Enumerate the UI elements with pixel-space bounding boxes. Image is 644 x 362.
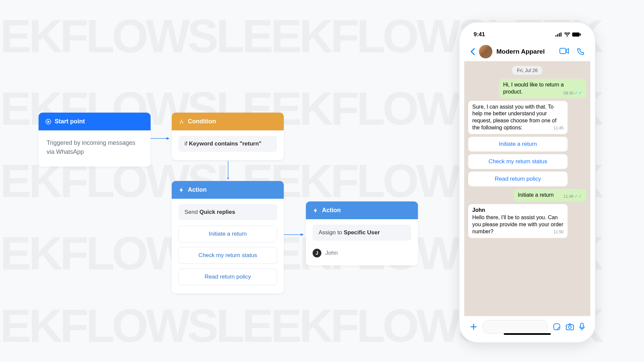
user-name: John: [325, 250, 338, 256]
action-header-label: Action: [188, 186, 207, 193]
microphone-icon[interactable]: [579, 323, 585, 331]
contact-name[interactable]: Modern Apparel: [496, 48, 555, 55]
home-indicator: [504, 333, 551, 335]
wifi-icon: [564, 33, 570, 37]
condition-icon: [178, 119, 184, 125]
chat-date: Fri, Jul 26: [512, 66, 542, 75]
svg-rect-4: [555, 35, 556, 37]
reply-option-button[interactable]: Read return policy: [468, 172, 568, 186]
start-card[interactable]: Start point Triggered by incoming messag…: [39, 113, 151, 167]
assigned-user-row: J John: [313, 246, 411, 257]
phone-preview: 9:41 Modern Apparel Fri, Jul 26: [459, 22, 596, 343]
read-receipt-icon: ✓✓: [574, 193, 582, 199]
svg-point-13: [569, 326, 571, 328]
svg-rect-8: [572, 33, 580, 37]
reply-option-button[interactable]: Initiate a return: [468, 137, 568, 152]
action-header-label: Action: [322, 207, 341, 214]
bolt-icon: [313, 207, 319, 214]
plus-icon[interactable]: [470, 323, 478, 331]
camera-icon[interactable]: [566, 323, 574, 330]
action-send-chip: Send Quick replies: [178, 204, 277, 220]
avatar[interactable]: [479, 45, 492, 58]
condition-chip: if Keyword contains "return": [178, 136, 277, 152]
play-icon: [45, 119, 51, 125]
svg-rect-6: [559, 33, 560, 37]
svg-rect-5: [557, 34, 558, 37]
message-received: Sure, I can assist you with that. To hel…: [468, 101, 568, 134]
read-receipt-icon: ✓✓: [574, 90, 582, 96]
svg-rect-9: [580, 34, 581, 36]
reply-option-button[interactable]: Check my return status: [468, 154, 568, 169]
message-input[interactable]: [482, 320, 548, 334]
chat-header: Modern Apparel: [464, 42, 590, 61]
video-call-icon[interactable]: [559, 48, 569, 54]
start-header-label: Start point: [55, 118, 85, 125]
action-assign-chip: Assign to Specific User: [313, 225, 411, 241]
start-description: Triggered by incoming messages via Whats…: [39, 130, 151, 167]
signal-icon: [555, 33, 562, 37]
avatar: J: [313, 249, 321, 257]
action-card-send-replies[interactable]: Action Send Quick replies Initiate a ret…: [172, 181, 284, 293]
svg-rect-10: [560, 48, 566, 54]
status-time: 9:41: [474, 31, 485, 38]
message-received: John Hello there, I'll be to assist you.…: [468, 204, 568, 238]
quick-reply-option[interactable]: Check my return status: [178, 247, 277, 264]
quick-reply-option[interactable]: Initiate a return: [178, 226, 277, 242]
message-sent: Hi, I would like to return a product. 09…: [499, 79, 586, 98]
quick-reply-option[interactable]: Read return policy: [178, 268, 277, 285]
action-card-assign-user[interactable]: Action Assign to Specific User J John: [306, 201, 418, 265]
bolt-icon: [178, 187, 184, 193]
back-icon[interactable]: [470, 48, 475, 55]
condition-card[interactable]: Condition if Keyword contains "return": [172, 113, 284, 160]
svg-rect-14: [581, 323, 583, 328]
message-sent: Initiate a return 11:46✓✓: [514, 189, 586, 201]
svg-rect-7: [560, 33, 561, 37]
battery-icon: [572, 33, 581, 37]
svg-rect-11: [554, 324, 560, 330]
sticker-icon[interactable]: [553, 323, 561, 331]
chat-message-area[interactable]: Fri, Jul 26 Hi, I would like to return a…: [464, 61, 590, 316]
condition-header-label: Condition: [188, 118, 216, 125]
voice-call-icon[interactable]: [577, 48, 584, 55]
status-bar: 9:41: [464, 27, 590, 42]
